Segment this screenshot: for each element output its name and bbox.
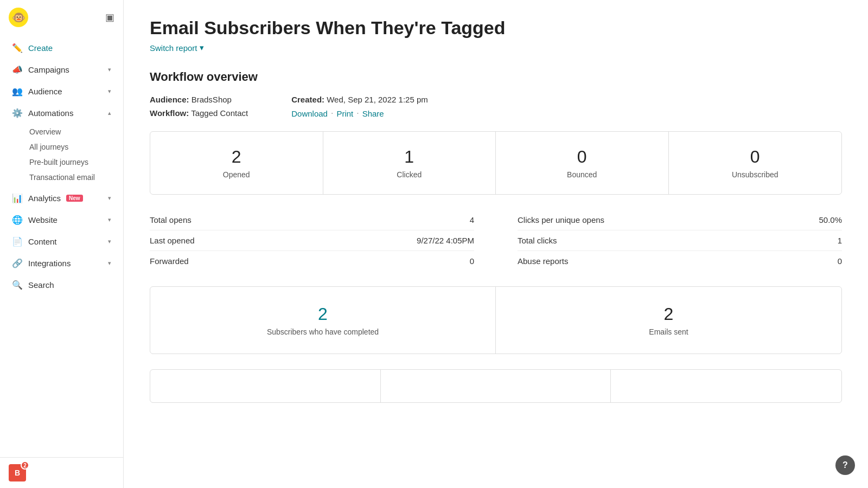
summary-number-emails-sent: 2: [507, 304, 831, 324]
sidebar-item-pre-built[interactable]: Pre-built journeys: [25, 155, 123, 170]
stats-row-last-opened: Last opened 9/27/22 4:05PM: [150, 230, 474, 251]
analytics-icon: 📊: [12, 193, 23, 203]
sidebar-item-label: Content: [28, 237, 57, 246]
chevron-down-icon: ▾: [108, 260, 111, 267]
create-icon: ✏️: [12, 43, 23, 53]
audience-icon: 👥: [12, 86, 23, 97]
sidebar-item-audience[interactable]: 👥 Audience ▾: [3, 81, 120, 102]
summary-label-subscribers: Subscribers who have completed: [161, 328, 484, 336]
sidebar-item-label: Campaigns: [28, 65, 69, 74]
sidebar-item-overview[interactable]: Overview: [25, 124, 123, 139]
stat-card-bounced: 0 Bounced: [496, 132, 669, 194]
stat-label-unsubscribed: Unsubscribed: [680, 170, 831, 179]
download-link[interactable]: Download: [291, 109, 328, 118]
integrations-icon: 🔗: [12, 258, 23, 268]
print-link[interactable]: Print: [336, 109, 353, 118]
search-icon: 🔍: [12, 280, 23, 290]
sidebar-item-label: Analytics: [28, 194, 61, 203]
summary-label-emails-sent: Emails sent: [507, 328, 831, 336]
page-title: Email Subscribers When They're Tagged: [150, 17, 842, 38]
sidebar-item-search[interactable]: 🔍 Search: [3, 274, 120, 296]
chevron-down-icon: ▾: [108, 66, 111, 73]
summary-card-emails-sent: 2 Emails sent: [496, 287, 841, 354]
section-title: Workflow overview: [150, 70, 842, 84]
sidebar-item-label: Website: [28, 215, 58, 224]
stats-row-clicks-per-unique: Clicks per unique opens 50.0%: [518, 210, 842, 230]
sidebar-item-transactional[interactable]: Transactional email: [25, 170, 123, 185]
meta-left: Audience: BradsShop Workflow: Tagged Con…: [150, 95, 248, 118]
created-row: Created: Wed, Sep 21, 2022 1:25 pm: [291, 95, 428, 104]
stats-table: Total opens 4 Last opened 9/27/22 4:05PM…: [150, 210, 842, 271]
website-icon: 🌐: [12, 215, 23, 225]
sidebar-item-automations[interactable]: ⚙️ Automations ▴: [3, 102, 120, 124]
stats-row-abuse-reports: Abuse reports 0: [518, 251, 842, 271]
automations-sub-nav: Overview All journeys Pre-built journeys…: [0, 124, 123, 187]
sidebar-item-label: Audience: [28, 87, 62, 96]
sidebar-item-all-journeys[interactable]: All journeys: [25, 139, 123, 155]
meta-right: Created: Wed, Sep 21, 2022 1:25 pm Downl…: [291, 95, 428, 118]
stat-label-bounced: Bounced: [507, 170, 658, 179]
share-link[interactable]: Share: [362, 109, 384, 118]
partial-card-1: [150, 370, 381, 402]
switch-report-button[interactable]: Switch report ▾: [150, 43, 204, 53]
stats-col-right: Clicks per unique opens 50.0% Total clic…: [496, 210, 842, 271]
stat-number-clicked: 1: [334, 147, 485, 167]
sidebar-nav: ✏️ Create 📣 Campaigns ▾ 👥 Audience ▾ ⚙️ …: [0, 35, 123, 457]
sidebar-item-website[interactable]: 🌐 Website ▾: [3, 209, 120, 230]
meta-links: Download · Print · Share: [291, 108, 428, 118]
sidebar: 🐵 ▣ ✏️ Create 📣 Campaigns ▾ 👥 Audience ▾…: [0, 0, 124, 488]
stat-card-opened: 2 Opened: [150, 132, 323, 194]
stats-row-total-opens: Total opens 4: [150, 210, 474, 230]
sidebar-item-integrations[interactable]: 🔗 Integrations ▾: [3, 253, 120, 274]
workflow-row: Workflow: Tagged Contact: [150, 108, 248, 118]
stat-number-opened: 2: [161, 147, 312, 167]
avatar-count: 2: [21, 461, 29, 470]
sidebar-item-analytics[interactable]: 📊 Analytics New ▾: [3, 188, 120, 209]
audience-row: Audience: BradsShop: [150, 95, 248, 104]
summary-card-subscribers: 2 Subscribers who have completed: [150, 287, 496, 354]
chevron-down-icon: ▾: [108, 88, 111, 95]
main-content: Email Subscribers When They're Tagged Sw…: [124, 0, 868, 488]
chevron-down-icon: ▾: [108, 195, 111, 202]
sidebar-item-label: Automations: [28, 108, 73, 118]
sidebar-item-content[interactable]: 📄 Content ▾: [3, 231, 120, 252]
logo-icon[interactable]: 🐵: [9, 8, 28, 27]
stat-number-unsubscribed: 0: [680, 147, 831, 167]
partial-card-3: [611, 370, 841, 402]
chevron-down-icon: ▾: [200, 43, 204, 53]
automations-icon: ⚙️: [12, 108, 23, 118]
chevron-down-icon: ▾: [108, 238, 111, 245]
analytics-badge: New: [66, 195, 83, 202]
sidebar-item-label: Create: [28, 43, 53, 53]
sidebar-header: 🐵 ▣: [0, 0, 123, 35]
sidebar-bottom: B 2: [0, 457, 123, 488]
sidebar-item-create[interactable]: ✏️ Create: [3, 37, 120, 59]
stat-card-unsubscribed: 0 Unsubscribed: [669, 132, 842, 194]
chevron-up-icon: ▴: [108, 110, 111, 117]
chevron-down-icon: ▾: [108, 216, 111, 223]
campaigns-icon: 📣: [12, 65, 23, 75]
summary-number-subscribers: 2: [161, 304, 484, 324]
stat-card-clicked: 1 Clicked: [323, 132, 496, 194]
content-icon: 📄: [12, 236, 23, 247]
summary-grid: 2 Subscribers who have completed 2 Email…: [150, 286, 842, 354]
stats-grid: 2 Opened 1 Clicked 0 Bounced 0 Unsubscri…: [150, 131, 842, 195]
overview-meta: Audience: BradsShop Workflow: Tagged Con…: [150, 95, 842, 118]
sidebar-item-label: Search: [28, 280, 54, 290]
stat-number-bounced: 0: [507, 147, 658, 167]
stat-label-clicked: Clicked: [334, 170, 485, 179]
help-button[interactable]: ?: [835, 455, 855, 475]
sidebar-item-label: Integrations: [28, 259, 71, 268]
stats-col-left: Total opens 4 Last opened 9/27/22 4:05PM…: [150, 210, 496, 271]
partial-card-2: [381, 370, 611, 402]
sidebar-toggle-button[interactable]: ▣: [105, 11, 114, 23]
avatar[interactable]: B 2: [9, 464, 26, 481]
partial-cards-grid: [150, 369, 842, 403]
stats-row-total-clicks: Total clicks 1: [518, 230, 842, 251]
sidebar-item-campaigns[interactable]: 📣 Campaigns ▾: [3, 59, 120, 80]
stats-row-forwarded: Forwarded 0: [150, 251, 474, 271]
stat-label-opened: Opened: [161, 170, 312, 179]
